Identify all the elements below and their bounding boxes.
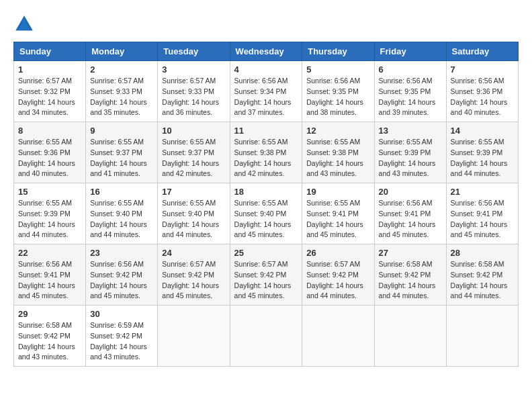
calendar-day-cell: 28Sunrise: 6:58 AMSunset: 9:42 PMDayligh…	[446, 244, 518, 306]
day-info: Sunrise: 6:55 AMSunset: 9:37 PMDaylight:…	[90, 137, 153, 179]
calendar-week-row: 29Sunrise: 6:58 AMSunset: 9:42 PMDayligh…	[14, 306, 519, 367]
calendar-week-row: 22Sunrise: 6:56 AMSunset: 9:41 PMDayligh…	[14, 244, 519, 306]
day-number: 21	[451, 187, 514, 197]
calendar-day-cell: 10Sunrise: 6:55 AMSunset: 9:37 PMDayligh…	[158, 122, 230, 183]
calendar-weekday-header: Tuesday	[158, 42, 230, 61]
calendar-day-cell: 21Sunrise: 6:56 AMSunset: 9:41 PMDayligh…	[446, 183, 518, 244]
day-number: 11	[234, 126, 298, 136]
logo-icon	[13, 13, 35, 35]
calendar-day-cell: 19Sunrise: 6:55 AMSunset: 9:41 PMDayligh…	[302, 183, 374, 244]
calendar-day-cell: 17Sunrise: 6:55 AMSunset: 9:40 PMDayligh…	[158, 183, 230, 244]
day-info: Sunrise: 6:58 AMSunset: 9:42 PMDaylight:…	[18, 320, 81, 363]
day-number: 5	[306, 64, 369, 75]
calendar-weekday-header: Wednesday	[230, 42, 302, 61]
day-info: Sunrise: 6:56 AMSunset: 9:36 PMDaylight:…	[451, 76, 514, 118]
day-info: Sunrise: 6:55 AMSunset: 9:38 PMDaylight:…	[234, 137, 298, 179]
calendar-day-cell: 27Sunrise: 6:58 AMSunset: 9:42 PMDayligh…	[374, 244, 446, 306]
calendar-day-cell: 23Sunrise: 6:56 AMSunset: 9:42 PMDayligh…	[86, 244, 158, 306]
day-info: Sunrise: 6:59 AMSunset: 9:42 PMDaylight:…	[90, 320, 153, 363]
day-info: Sunrise: 6:56 AMSunset: 9:35 PMDaylight:…	[306, 76, 369, 118]
calendar-week-row: 15Sunrise: 6:55 AMSunset: 9:39 PMDayligh…	[14, 183, 519, 244]
day-number: 27	[379, 248, 442, 258]
calendar-weekday-header: Saturday	[446, 42, 518, 61]
calendar-day-cell: 12Sunrise: 6:55 AMSunset: 9:38 PMDayligh…	[302, 122, 374, 183]
day-info: Sunrise: 6:55 AMSunset: 9:38 PMDaylight:…	[306, 137, 369, 179]
day-number: 8	[18, 126, 81, 136]
calendar-day-cell	[158, 306, 230, 367]
calendar-day-cell: 15Sunrise: 6:55 AMSunset: 9:39 PMDayligh…	[14, 183, 86, 244]
day-number: 7	[451, 64, 514, 75]
day-number: 25	[234, 248, 298, 258]
day-number: 22	[18, 248, 81, 258]
day-number: 10	[162, 126, 225, 136]
calendar-weekday-header: Friday	[374, 42, 446, 61]
day-info: Sunrise: 6:55 AMSunset: 9:39 PMDaylight:…	[451, 137, 514, 179]
day-number: 20	[379, 187, 442, 197]
calendar-week-row: 1Sunrise: 6:57 AMSunset: 9:32 PMDaylight…	[14, 61, 519, 122]
day-info: Sunrise: 6:58 AMSunset: 9:42 PMDaylight:…	[379, 259, 442, 302]
calendar-day-cell	[302, 306, 374, 367]
day-info: Sunrise: 6:57 AMSunset: 9:33 PMDaylight:…	[90, 76, 153, 118]
day-info: Sunrise: 6:55 AMSunset: 9:40 PMDaylight:…	[234, 198, 298, 240]
calendar-day-cell	[230, 306, 302, 367]
day-number: 14	[451, 126, 514, 136]
day-info: Sunrise: 6:56 AMSunset: 9:41 PMDaylight:…	[18, 259, 81, 302]
day-info: Sunrise: 6:57 AMSunset: 9:33 PMDaylight:…	[162, 76, 225, 118]
day-info: Sunrise: 6:57 AMSunset: 9:42 PMDaylight:…	[234, 259, 298, 302]
day-number: 2	[90, 64, 153, 75]
calendar-day-cell: 24Sunrise: 6:57 AMSunset: 9:42 PMDayligh…	[158, 244, 230, 306]
calendar-day-cell: 29Sunrise: 6:58 AMSunset: 9:42 PMDayligh…	[14, 306, 86, 367]
day-number: 17	[162, 187, 225, 197]
calendar-day-cell: 7Sunrise: 6:56 AMSunset: 9:36 PMDaylight…	[446, 61, 518, 122]
calendar-day-cell: 16Sunrise: 6:55 AMSunset: 9:40 PMDayligh…	[86, 183, 158, 244]
day-number: 29	[18, 309, 81, 319]
calendar-day-cell: 9Sunrise: 6:55 AMSunset: 9:37 PMDaylight…	[86, 122, 158, 183]
day-info: Sunrise: 6:57 AMSunset: 9:32 PMDaylight:…	[18, 76, 81, 118]
day-number: 1	[18, 64, 81, 75]
calendar-weekday-header: Sunday	[14, 42, 86, 61]
day-info: Sunrise: 6:55 AMSunset: 9:39 PMDaylight:…	[379, 137, 442, 179]
day-number: 4	[234, 64, 298, 75]
day-number: 26	[306, 248, 369, 258]
calendar-day-cell: 25Sunrise: 6:57 AMSunset: 9:42 PMDayligh…	[230, 244, 302, 306]
day-info: Sunrise: 6:56 AMSunset: 9:34 PMDaylight:…	[234, 76, 298, 118]
day-number: 24	[162, 248, 225, 258]
day-number: 12	[306, 126, 369, 136]
calendar-day-cell: 4Sunrise: 6:56 AMSunset: 9:34 PMDaylight…	[230, 61, 302, 122]
calendar-day-cell: 30Sunrise: 6:59 AMSunset: 9:42 PMDayligh…	[86, 306, 158, 367]
day-number: 28	[451, 248, 514, 258]
calendar-day-cell: 8Sunrise: 6:55 AMSunset: 9:36 PMDaylight…	[14, 122, 86, 183]
day-number: 23	[90, 248, 153, 258]
calendar-day-cell: 22Sunrise: 6:56 AMSunset: 9:41 PMDayligh…	[14, 244, 86, 306]
calendar-day-cell: 5Sunrise: 6:56 AMSunset: 9:35 PMDaylight…	[302, 61, 374, 122]
day-number: 3	[162, 64, 225, 75]
calendar-day-cell: 3Sunrise: 6:57 AMSunset: 9:33 PMDaylight…	[158, 61, 230, 122]
day-info: Sunrise: 6:55 AMSunset: 9:41 PMDaylight:…	[306, 198, 369, 240]
day-info: Sunrise: 6:55 AMSunset: 9:40 PMDaylight:…	[162, 198, 225, 240]
calendar-header-row: SundayMondayTuesdayWednesdayThursdayFrid…	[14, 42, 519, 61]
day-number: 19	[306, 187, 369, 197]
logo	[13, 13, 38, 35]
calendar-day-cell: 26Sunrise: 6:57 AMSunset: 9:42 PMDayligh…	[302, 244, 374, 306]
calendar-weekday-header: Monday	[86, 42, 158, 61]
day-info: Sunrise: 6:55 AMSunset: 9:36 PMDaylight:…	[18, 137, 81, 179]
day-number: 13	[379, 126, 442, 136]
page-header	[13, 13, 519, 35]
calendar-day-cell: 18Sunrise: 6:55 AMSunset: 9:40 PMDayligh…	[230, 183, 302, 244]
day-info: Sunrise: 6:55 AMSunset: 9:40 PMDaylight:…	[90, 198, 153, 240]
day-info: Sunrise: 6:55 AMSunset: 9:37 PMDaylight:…	[162, 137, 225, 179]
calendar-day-cell	[374, 306, 446, 367]
calendar-day-cell	[446, 306, 518, 367]
day-info: Sunrise: 6:55 AMSunset: 9:39 PMDaylight:…	[18, 198, 81, 240]
day-info: Sunrise: 6:57 AMSunset: 9:42 PMDaylight:…	[306, 259, 369, 302]
calendar-day-cell: 11Sunrise: 6:55 AMSunset: 9:38 PMDayligh…	[230, 122, 302, 183]
day-info: Sunrise: 6:58 AMSunset: 9:42 PMDaylight:…	[451, 259, 514, 302]
calendar-day-cell: 1Sunrise: 6:57 AMSunset: 9:32 PMDaylight…	[14, 61, 86, 122]
day-number: 9	[90, 126, 153, 136]
day-number: 18	[234, 187, 298, 197]
calendar-weekday-header: Thursday	[302, 42, 374, 61]
day-info: Sunrise: 6:57 AMSunset: 9:42 PMDaylight:…	[162, 259, 225, 302]
calendar-day-cell: 6Sunrise: 6:56 AMSunset: 9:35 PMDaylight…	[374, 61, 446, 122]
day-number: 16	[90, 187, 153, 197]
day-info: Sunrise: 6:56 AMSunset: 9:42 PMDaylight:…	[90, 259, 153, 302]
